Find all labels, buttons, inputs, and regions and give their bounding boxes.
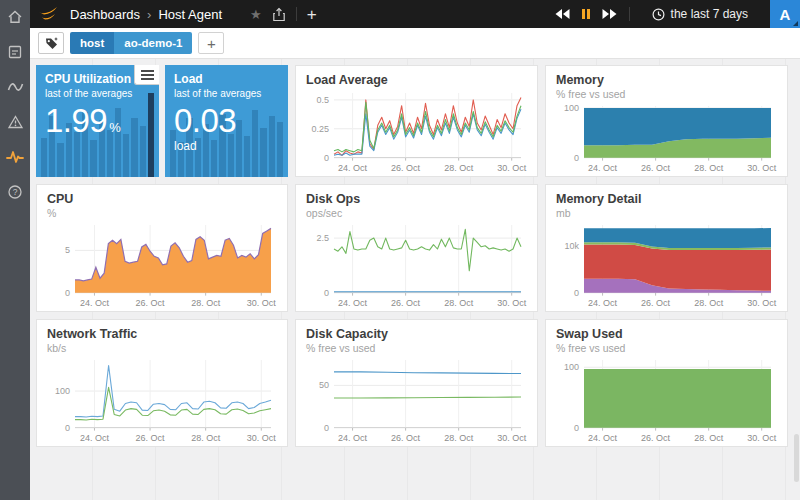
svg-text:0: 0: [324, 288, 329, 298]
svg-text:24. Oct: 24. Oct: [588, 163, 618, 173]
chart-disk-ops: 02.524. Oct26. Oct28. Oct30. Oct: [306, 220, 527, 309]
tile-pair: CPU Utilization last of the averages 1.9…: [36, 65, 288, 177]
chart-subtitle: % free vs used: [556, 342, 777, 354]
svg-text:24. Oct: 24. Oct: [80, 298, 110, 308]
svg-text:26. Oct: 26. Oct: [641, 163, 671, 173]
dashboards-icon: [7, 44, 23, 60]
svg-text:30. Oct: 30. Oct: [497, 298, 527, 308]
svg-text:28. Oct: 28. Oct: [444, 163, 474, 173]
svg-text:24. Oct: 24. Oct: [588, 298, 618, 308]
home-icon: [7, 9, 23, 25]
svg-text:10k: 10k: [564, 242, 579, 252]
svg-text:26. Oct: 26. Oct: [391, 298, 421, 308]
share-icon[interactable]: [272, 7, 286, 22]
svg-text:100: 100: [564, 363, 579, 373]
svg-text:30. Oct: 30. Oct: [497, 433, 527, 443]
alert-triangle-icon: [7, 114, 24, 130]
svg-text:0: 0: [65, 288, 70, 298]
svg-text:28. Oct: 28. Oct: [444, 433, 474, 443]
tile-cpu-utilization[interactable]: CPU Utilization last of the averages 1.9…: [36, 65, 159, 177]
metrics-icon: [7, 79, 24, 95]
top-bar: Dashboards › Host Agent ★ +: [30, 0, 800, 28]
tag-pill-host[interactable]: host ao-demo-1: [70, 32, 192, 54]
solarwinds-logo: [36, 4, 62, 24]
svg-text:30. Oct: 30. Oct: [747, 433, 777, 443]
divider: [296, 7, 297, 21]
chart-panel-cpu[interactable]: CPU % 0524. Oct26. Oct28. Oct30. Oct: [36, 184, 288, 312]
svg-text:24. Oct: 24. Oct: [338, 163, 368, 173]
svg-text:26. Oct: 26. Oct: [641, 433, 671, 443]
user-avatar[interactable]: A: [770, 0, 800, 28]
sidebar-item-alerts[interactable]: [6, 113, 24, 131]
add-tag-button[interactable]: +: [198, 32, 224, 54]
chart-panel-swap-used[interactable]: Swap Used % free vs used 010024. Oct26. …: [545, 319, 788, 447]
pulse-icon: [6, 149, 24, 165]
chart-swap-used: 010024. Oct26. Oct28. Oct30. Oct: [556, 355, 777, 444]
svg-text:?: ?: [13, 187, 18, 197]
sidebar-item-help[interactable]: ?: [6, 183, 24, 201]
fast-forward-icon[interactable]: [602, 9, 617, 19]
chart-panel-network-traffic[interactable]: Network Traffic kb/s 010024. Oct26. Oct2…: [36, 319, 288, 447]
svg-text:26. Oct: 26. Oct: [391, 163, 421, 173]
chart-cpu: 0524. Oct26. Oct28. Oct30. Oct: [47, 220, 277, 309]
sidebar-item-dashboards[interactable]: [6, 43, 24, 61]
add-widget-button[interactable]: +: [307, 6, 317, 23]
breadcrumb: Dashboards › Host Agent: [70, 7, 222, 22]
sidebar-item-home[interactable]: [6, 8, 24, 26]
app-window: ? Dashboards › Host Agent ★: [0, 0, 800, 500]
chart-panel-memory[interactable]: Memory % free vs used 010024. Oct26. Oct…: [545, 65, 788, 177]
favorite-star-icon[interactable]: ★: [250, 7, 262, 22]
avatar-initial: A: [780, 6, 791, 23]
time-range-selector[interactable]: the last 7 days: [642, 7, 758, 21]
svg-text:0: 0: [65, 423, 70, 433]
chart-subtitle: ops/sec: [306, 207, 527, 219]
scrollbar-thumb[interactable]: [794, 434, 799, 482]
breadcrumb-dashboards[interactable]: Dashboards: [70, 7, 140, 22]
chart-panel-load-average[interactable]: Load Average 00.250.524. Oct26. Oct28. O…: [295, 65, 538, 177]
tag-favorite-button[interactable]: [38, 32, 64, 54]
svg-text:100: 100: [55, 386, 70, 396]
tag-icon: [44, 36, 59, 51]
tile-value: 0.03: [174, 102, 236, 139]
svg-text:0: 0: [324, 153, 329, 163]
svg-text:0: 0: [574, 423, 579, 433]
svg-text:26. Oct: 26. Oct: [391, 433, 421, 443]
chart-panel-memory-detail[interactable]: Memory Detail mb 010k24. Oct26. Oct28. O…: [545, 184, 788, 312]
sidebar-item-pulse[interactable]: [6, 148, 24, 166]
chart-title: Disk Capacity: [306, 327, 527, 341]
chart-memory: 010024. Oct26. Oct28. Oct30. Oct: [556, 101, 777, 174]
chart-title: Memory Detail: [556, 192, 777, 206]
svg-text:26. Oct: 26. Oct: [136, 298, 166, 308]
chart-title: CPU: [47, 192, 277, 206]
tag-key: host: [70, 32, 114, 54]
chart-subtitle: mb: [556, 207, 777, 219]
rewind-icon[interactable]: [555, 9, 570, 19]
tag-filter-bar: host ao-demo-1 +: [30, 28, 800, 59]
chart-panel-disk-ops[interactable]: Disk Ops ops/sec 02.524. Oct26. Oct28. O…: [295, 184, 538, 312]
chart-panel-disk-capacity[interactable]: Disk Capacity % free vs used 05024. Oct2…: [295, 319, 538, 447]
clock-icon: [652, 8, 665, 21]
chart-title: Swap Used: [556, 327, 777, 341]
divider: [629, 7, 630, 21]
tile-title: Load: [174, 72, 279, 86]
pause-icon[interactable]: [582, 9, 590, 19]
tile-load[interactable]: Load last of the averages 0.03 load: [165, 65, 288, 177]
dashboard-canvas: CPU Utilization last of the averages 1.9…: [30, 59, 800, 500]
svg-text:30. Oct: 30. Oct: [247, 298, 277, 308]
chart-load-average: 00.250.524. Oct26. Oct28. Oct30. Oct: [306, 88, 527, 174]
svg-text:30. Oct: 30. Oct: [497, 163, 527, 173]
sidebar-item-metrics[interactable]: [6, 78, 24, 96]
chart-title: Network Traffic: [47, 327, 277, 341]
svg-text:24. Oct: 24. Oct: [80, 433, 110, 443]
svg-text:0: 0: [324, 423, 329, 433]
svg-text:2.5: 2.5: [316, 233, 329, 243]
svg-text:24. Oct: 24. Oct: [338, 298, 368, 308]
svg-text:0: 0: [574, 288, 579, 298]
chart-memory-detail: 010k24. Oct26. Oct28. Oct30. Oct: [556, 220, 777, 309]
tile-menu-icon[interactable]: [134, 65, 159, 85]
svg-text:100: 100: [564, 103, 579, 113]
breadcrumb-host-agent: Host Agent: [158, 7, 222, 22]
tile-unit: %: [109, 120, 120, 135]
tile-subtitle: last of the averages: [174, 88, 279, 99]
svg-text:28. Oct: 28. Oct: [444, 298, 474, 308]
